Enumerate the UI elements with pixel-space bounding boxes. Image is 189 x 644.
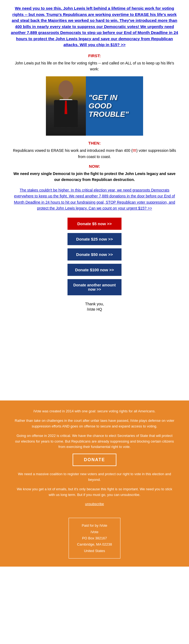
then-label: THEN: xyxy=(11,141,178,145)
then-exclaim: !!! xyxy=(133,148,136,153)
trouble-image-container: "GET IN GOOD TROUBLE" xyxy=(11,76,178,136)
footer-donate-button[interactable]: DONATE xyxy=(73,454,116,466)
paid-by: Paid for by iVote xyxy=(77,522,112,529)
org-name: iVote xyxy=(77,529,112,535)
unsubscribe-link[interactable]: unsubscribe xyxy=(85,502,104,506)
headline-text: We need you to see this. John Lewis left… xyxy=(11,6,178,47)
first-label: FIRST: xyxy=(11,53,178,58)
trouble-image: "GET IN GOOD TROUBLE" xyxy=(46,76,143,136)
now-body-text: We need every single Democrat to join th… xyxy=(11,171,178,183)
country: United States xyxy=(77,548,112,554)
spacer xyxy=(0,325,189,400)
main-content: We need you to see this. John Lewis left… xyxy=(0,0,189,325)
footer-para4: We need a massive coalition to register … xyxy=(14,471,176,483)
signature-text: iVote HQ xyxy=(11,307,178,311)
stakes-link[interactable]: The stakes couldn't be higher. In this c… xyxy=(11,187,178,211)
po-box: PO Box 382167 xyxy=(77,535,112,541)
address-container: Paid for by iVote iVote PO Box 382167 Ca… xyxy=(14,512,176,559)
headline-link[interactable]: We need you to see this. John Lewis left… xyxy=(11,5,178,48)
footer-para1: iVote was created in 2014 with one goal:… xyxy=(14,409,176,414)
then-part1: Republicans vowed to ERASE his work and … xyxy=(13,148,133,153)
head xyxy=(59,80,73,98)
donate-25-button[interactable]: Donate $25 now >> xyxy=(68,233,122,245)
first-body-text: John Lewis put his life on the line for … xyxy=(11,60,178,72)
footer-section: iVote was created in 2014 with one goal:… xyxy=(0,400,189,567)
donate-another-button[interactable]: Donate another amount now >> xyxy=(68,279,122,295)
footer-para3: Going on offense in 2022 is critical. We… xyxy=(14,433,176,450)
footer-para5: We know you get a lot of emails, but it'… xyxy=(14,487,176,498)
donate-5-button[interactable]: Donate $5 now >> xyxy=(68,218,122,230)
then-body-text: Republicans vowed to ERASE his work and … xyxy=(11,148,178,160)
stakes-text: The stakes couldn't be higher. In this c… xyxy=(14,188,175,210)
donate-buttons-container: Donate $5 now >> Donate $25 now >> Donat… xyxy=(11,218,178,295)
footer-unsubscribe-container: unsubscribe xyxy=(14,501,176,507)
donate-100-button[interactable]: Donate $100 now >> xyxy=(68,264,122,276)
trouble-quote-text: "GET IN GOOD TROUBLE" xyxy=(89,94,140,118)
footer-para2: Rather than take on challenges in the co… xyxy=(14,418,176,429)
person-silhouette xyxy=(46,76,86,136)
thank-you-text: Thank you, xyxy=(11,302,178,306)
trouble-image-inner: "GET IN GOOD TROUBLE" xyxy=(46,76,143,136)
address-box: Paid for by iVote iVote PO Box 382167 Ca… xyxy=(69,518,120,559)
donate-50-button[interactable]: Donate $50 now >> xyxy=(68,248,122,261)
now-label: NOW: xyxy=(11,164,178,169)
city-state: Cambridge, MA 02238 xyxy=(77,541,112,547)
trouble-text-area: "GET IN GOOD TROUBLE" xyxy=(86,76,143,136)
